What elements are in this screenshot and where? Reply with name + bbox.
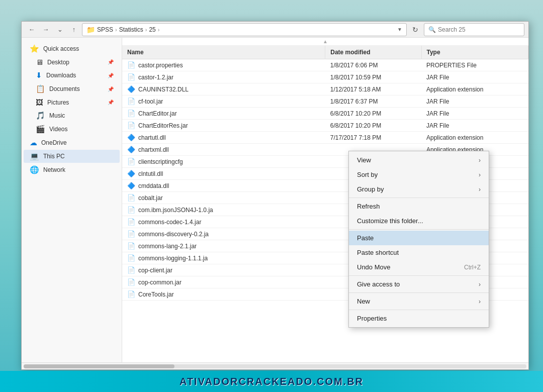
horizontal-scrollbar[interactable] xyxy=(22,362,528,369)
file-type-icon: 🔷 xyxy=(127,85,135,93)
sidebar: ⭐ Quick access 🖥 Desktop 📌 ⬇ Downloads 📌… xyxy=(22,38,122,362)
ctx-item-new[interactable]: New› xyxy=(349,294,489,309)
sidebar-item-desktop[interactable]: 🖥 Desktop 📌 xyxy=(24,56,120,68)
file-type-icon: 📄 xyxy=(127,266,135,274)
table-row[interactable]: 📄ChartEditor.jar6/8/2017 10:20 PMJAR Fil… xyxy=(122,108,528,120)
file-name: cop-client.jar xyxy=(138,267,172,274)
file-name: clntutil.dll xyxy=(138,170,163,177)
sidebar-item-quick-access[interactable]: ⭐ Quick access xyxy=(24,42,120,55)
address-bar[interactable]: 📁 SPSS › Statistics › 25 › ▼ xyxy=(82,23,407,36)
scroll-indicator-up: ▲ xyxy=(122,38,528,46)
ctx-separator xyxy=(349,198,489,198)
scrollbar-track[interactable] xyxy=(24,364,526,368)
file-type: JAR File xyxy=(421,120,528,132)
search-bar[interactable]: 🔍 xyxy=(424,23,524,36)
ctx-item-paste-shortcut[interactable]: Paste shortcut xyxy=(349,245,489,260)
context-menu: View›Sort by›Group by›RefreshCustomize t… xyxy=(348,151,489,328)
file-name: cop-common.jar xyxy=(138,279,182,286)
sidebar-item-downloads[interactable]: ⬇ Downloads 📌 xyxy=(24,69,120,82)
file-name: clientscriptingcfg xyxy=(138,158,183,165)
col-date[interactable]: Date modified xyxy=(325,46,421,59)
back-button[interactable]: ← xyxy=(26,24,38,36)
ctx-item-customize[interactable]: Customize this folder... xyxy=(349,214,489,228)
file-type-icon: 📄 xyxy=(127,242,135,250)
file-type: JAR File xyxy=(421,108,528,120)
ctx-label-refresh: Refresh xyxy=(357,203,380,210)
file-date: 6/8/2017 10:20 PM xyxy=(325,108,421,120)
this-pc-icon: 💻 xyxy=(30,152,39,161)
explorer-body: ⭐ Quick access 🖥 Desktop 📌 ⬇ Downloads 📌… xyxy=(22,38,528,362)
file-type-icon: 📄 xyxy=(127,61,135,69)
ctx-separator xyxy=(349,310,489,310)
watermark-bar: ATIVADORCRACKEADO.COM.BR xyxy=(0,371,543,392)
file-type-icon: 🔷 xyxy=(127,182,135,189)
recent-button[interactable]: ⌄ xyxy=(54,24,66,36)
ctx-arrow-icon: › xyxy=(479,171,481,178)
ctx-item-sort-by[interactable]: Sort by› xyxy=(349,167,489,182)
path-segment-2[interactable]: Statistics xyxy=(119,26,143,33)
ctx-item-undo-move[interactable]: Undo MoveCtrl+Z xyxy=(349,260,489,274)
music-icon: 🎵 xyxy=(36,111,45,120)
file-area[interactable]: ▲ Name Date modified Type 📄castor.proper… xyxy=(122,38,528,362)
ctx-arrow-icon: › xyxy=(479,298,481,305)
sidebar-item-videos[interactable]: 🎬 Videos xyxy=(24,123,120,136)
forward-button[interactable]: → xyxy=(40,24,52,36)
titlebar: ← → ⌄ ↑ 📁 SPSS › Statistics › 25 › ▼ ↻ 🔍 xyxy=(22,22,528,38)
table-header-row: Name Date modified Type xyxy=(122,46,528,59)
ctx-label-paste: Paste xyxy=(357,234,374,242)
ctx-item-view[interactable]: View› xyxy=(349,153,489,167)
ctx-label-undo-move: Undo Move xyxy=(357,263,390,271)
file-type-icon: 📄 xyxy=(127,194,135,202)
ctx-arrow-icon: › xyxy=(479,281,481,288)
table-row[interactable]: 📄cf-tool.jar1/8/2017 6:37 PMJAR File xyxy=(122,95,528,108)
path-segment-3[interactable]: 25 xyxy=(149,26,155,33)
address-dropdown-button[interactable]: ▼ xyxy=(397,27,402,32)
file-name: cmddata.dll xyxy=(138,182,169,189)
file-date: 7/17/2017 7:18 PM xyxy=(325,132,421,144)
sidebar-item-network[interactable]: 🌐 Network xyxy=(24,163,120,176)
ctx-item-properties[interactable]: Properties xyxy=(349,311,489,326)
file-name: ChartEditor.jar xyxy=(138,110,177,117)
file-name: castor.properties xyxy=(138,62,183,69)
file-name: castor-1.2.jar xyxy=(138,74,173,81)
file-name: ChartEditorRes.jar xyxy=(138,122,188,129)
ctx-item-give-access[interactable]: Give access to› xyxy=(349,277,489,291)
col-name[interactable]: Name xyxy=(122,46,325,59)
sidebar-item-this-pc[interactable]: 💻 This PC xyxy=(24,150,120,163)
col-type[interactable]: Type xyxy=(421,46,528,59)
table-row[interactable]: 🔷CAUNINST32.DLL1/12/2017 5:18 AMApplicat… xyxy=(122,83,528,95)
file-type-icon: 📄 xyxy=(127,158,135,165)
ctx-label-customize: Customize this folder... xyxy=(357,217,423,225)
up-button[interactable]: ↑ xyxy=(68,24,80,36)
search-input[interactable] xyxy=(438,26,508,33)
path-segment-1[interactable]: SPSS xyxy=(97,26,113,33)
file-type-icon: 📄 xyxy=(127,206,135,214)
table-row[interactable]: 🔷chartutl.dll7/17/2017 7:18 PMApplicatio… xyxy=(122,132,528,144)
table-row[interactable]: 📄castor-1.2.jar1/8/2017 10:59 PMJAR File xyxy=(122,71,528,83)
ctx-separator xyxy=(349,292,489,293)
scrollbar-thumb[interactable] xyxy=(24,364,174,368)
file-type-icon: 📄 xyxy=(127,122,135,129)
table-row[interactable]: 📄ChartEditorRes.jar6/8/2017 10:20 PMJAR … xyxy=(122,120,528,132)
refresh-button[interactable]: ↻ xyxy=(409,23,422,36)
ctx-item-refresh[interactable]: Refresh xyxy=(349,199,489,214)
documents-icon: 📋 xyxy=(36,84,45,93)
sidebar-item-pictures[interactable]: 🖼 Pictures 📌 xyxy=(24,96,120,109)
sidebar-item-music[interactable]: 🎵 Music xyxy=(24,109,120,122)
ctx-item-paste[interactable]: Paste xyxy=(349,231,489,245)
file-type-icon: 🔷 xyxy=(127,146,135,153)
table-row[interactable]: 📄castor.properties1/8/2017 6:06 PMPROPER… xyxy=(122,59,528,71)
file-name: cobalt.jar xyxy=(138,194,163,202)
file-name: cf-tool.jar xyxy=(138,98,163,105)
ctx-label-new: New xyxy=(357,298,370,305)
file-type: Application extension xyxy=(421,132,528,144)
file-type-icon: 📄 xyxy=(127,254,135,262)
file-explorer-window: ← → ⌄ ↑ 📁 SPSS › Statistics › 25 › ▼ ↻ 🔍 xyxy=(21,21,529,370)
file-type: PROPERTIES File xyxy=(421,59,528,71)
file-date: 1/12/2017 5:18 AM xyxy=(325,83,421,95)
sidebar-item-documents[interactable]: 📋 Documents 📌 xyxy=(24,82,120,95)
file-type-icon: 📄 xyxy=(127,278,135,286)
ctx-item-group-by[interactable]: Group by› xyxy=(349,182,489,197)
sidebar-item-onedrive[interactable]: ☁ OneDrive xyxy=(24,136,120,149)
ctx-label-sort-by: Sort by xyxy=(357,171,378,178)
